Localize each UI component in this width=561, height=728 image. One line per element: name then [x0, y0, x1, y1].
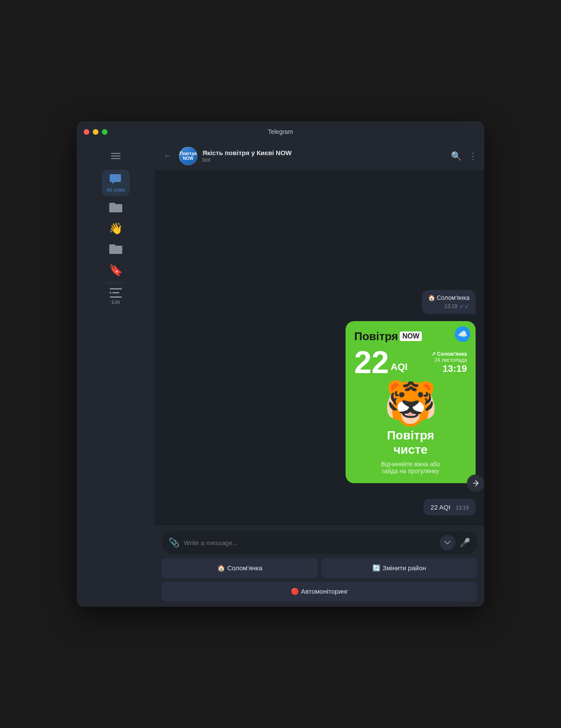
edit-icon	[110, 288, 122, 298]
aq-card-row: Повітря NOW ☁️ 22 AQI ↗ Солом'янка 24	[163, 321, 476, 483]
bookmark-emoji: 🔖	[109, 264, 123, 276]
wave-emoji: 👋	[109, 223, 123, 234]
more-icon[interactable]: ⋮	[469, 151, 477, 161]
change-district-button[interactable]: 🔄 Змінити район	[321, 558, 477, 578]
hamburger-line	[111, 156, 121, 156]
sidebar: All chats 👋 🔖	[77, 142, 155, 607]
hamburger-line	[111, 153, 121, 154]
sidebar-item-folder2[interactable]	[102, 239, 130, 259]
attach-button[interactable]: 📎	[169, 537, 179, 548]
mic-button[interactable]: 🎤	[460, 537, 470, 548]
title-bar: Telegram	[77, 121, 484, 142]
aqi-time-meta: 13:19	[456, 505, 469, 511]
folder2-icon	[108, 243, 124, 256]
aq-card-container: Повітря NOW ☁️ 22 AQI ↗ Солом'янка 24	[346, 321, 476, 483]
all-chats-label: All chats	[107, 187, 125, 192]
sidebar-item-bookmark[interactable]: 🔖	[102, 261, 130, 279]
aqi-unit: AQI	[391, 361, 408, 373]
window-controls	[84, 129, 108, 135]
svg-rect-0	[110, 288, 122, 289]
edit-label: Edit	[112, 299, 120, 305]
forward-icon	[472, 480, 479, 487]
quick-buttons: 🏠 Солом'янка 🔄 Змінити район	[162, 558, 477, 578]
card-brand-row: Повітря NOW ☁️	[354, 330, 467, 343]
search-icon[interactable]: 🔍	[451, 151, 462, 161]
air-quality-card: Повітря NOW ☁️ 22 AQI ↗ Солом'янка 24	[346, 321, 476, 483]
sidebar-divider	[107, 283, 124, 283]
sidebar-edit[interactable]: Edit	[106, 285, 125, 308]
message-meta: 13:19 ✓✓	[428, 303, 470, 310]
aqi-text-row: 22 AQI 13:19	[163, 494, 476, 515]
message-row-location: 🏠 Солом'янка 13:19 ✓✓	[163, 290, 476, 314]
close-button[interactable]	[84, 129, 89, 135]
hamburger-line	[111, 158, 121, 159]
messages-area[interactable]: 🏠 Солом'янка 13:19 ✓✓ Повітря	[155, 170, 484, 526]
svg-rect-1	[112, 292, 119, 293]
minimize-button[interactable]	[93, 129, 98, 135]
location-button[interactable]: 🏠 Солом'янка	[162, 558, 318, 578]
double-check-icon: ✓✓	[459, 303, 470, 310]
card-date: 24 листопада	[409, 357, 467, 363]
aqi-value-row: 22 AQI ↗ Солом'янка 24 листопада 13:19	[354, 347, 467, 378]
input-area: 📎 🎤 🏠 Солом'янка 🔄 Змінити район 🔴 Автом…	[155, 526, 484, 607]
sidebar-item-folder1[interactable]	[102, 198, 130, 218]
aqi-text-value: 22 AQI	[431, 504, 450, 511]
location-bubble: 🏠 Солом'янка 13:19 ✓✓	[422, 290, 476, 314]
window-title: Telegram	[268, 128, 293, 135]
back-button[interactable]: ←	[162, 149, 174, 162]
chevron-down-icon	[444, 540, 450, 545]
avatar-text: ПовітряNOW	[180, 151, 197, 161]
card-time: 13:19	[409, 363, 467, 374]
air-status-text: Повітря чисте	[354, 428, 467, 457]
forward-button[interactable]	[467, 474, 484, 492]
aqi-text-bubble: 22 AQI 13:19	[424, 499, 476, 515]
header-actions: 🔍 ⋮	[451, 151, 477, 161]
card-location-name: ↗ Солом'янка	[409, 351, 467, 357]
maximize-button[interactable]	[102, 129, 108, 135]
location-label: 🏠 Солом'янка	[428, 294, 470, 301]
message-time: 13:19	[444, 303, 457, 309]
scroll-down-button[interactable]	[440, 535, 455, 550]
svg-point-2	[110, 292, 111, 294]
air-advice-text: Відчиняйте вікна абогайда на прогулянку	[354, 461, 467, 474]
sidebar-item-all-chats[interactable]: All chats	[102, 170, 130, 196]
brand-text: Повітря	[354, 330, 398, 343]
sidebar-item-wave[interactable]: 👋	[102, 219, 130, 237]
input-row: 📎 🎤	[162, 531, 477, 554]
chat-bubbles-icon	[109, 173, 123, 185]
aqi-number: 22	[354, 347, 389, 378]
chat-info: Якість повітря у Києві NOW bot	[202, 149, 446, 163]
aqi-time: 13:19	[456, 505, 469, 511]
hamburger-menu[interactable]	[105, 146, 126, 166]
chat-area: ← ПовітряNOW Якість повітря у Києві NOW …	[155, 142, 484, 607]
chat-status: bot	[202, 156, 446, 163]
cloud-badge: ☁️	[455, 326, 470, 342]
brand-now-text: NOW	[400, 332, 422, 341]
card-location-info: ↗ Солом'янка 24 листопада 13:19	[409, 351, 467, 374]
chat-name: Якість повітря у Києві NOW	[202, 149, 446, 156]
chat-avatar: ПовітряNOW	[179, 147, 197, 165]
message-input[interactable]	[184, 539, 435, 546]
chat-header: ← ПовітряNOW Якість повітря у Києві NOW …	[155, 142, 484, 170]
folder-icon	[108, 201, 124, 214]
tiger-emoji: 🐯	[354, 381, 467, 425]
automonitoring-button[interactable]: 🔴 Автомоніторинг	[162, 582, 477, 601]
svg-rect-3	[110, 296, 122, 298]
